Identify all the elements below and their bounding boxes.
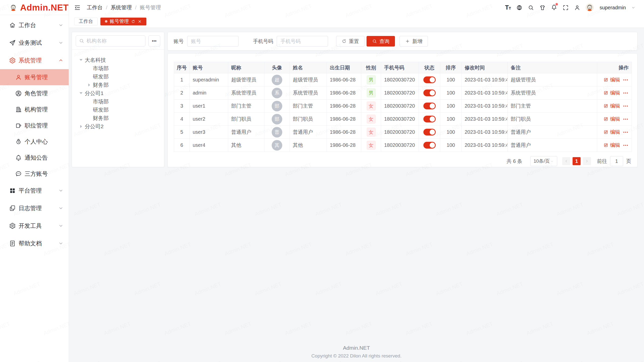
status-toggle[interactable] [423,142,436,149]
sidebar-item-system-management[interactable]: 系统管理 [0,52,69,69]
search-icon[interactable] [528,5,534,11]
fullscreen-icon[interactable] [562,5,569,11]
edit-button[interactable]: 编辑 [603,129,620,135]
sidebar-item-workbench[interactable]: 工作台 [0,16,69,34]
cell-name: 部门职员 [290,113,327,126]
more-actions-icon[interactable] [623,116,629,122]
more-actions-icon[interactable] [623,103,629,109]
theme-shirt-icon[interactable] [539,5,546,11]
tree-node[interactable]: 市场部 [72,97,164,106]
notifications-button[interactable] [551,4,557,11]
cell-avatar: 普 [264,126,290,139]
cell-status [419,113,440,126]
cell-remark: 普通用户 [508,139,597,152]
profile-icon[interactable] [574,5,580,11]
add-button[interactable]: 新增 [399,36,428,47]
sidebar-item-help-docs[interactable]: 帮助文档 [0,235,69,252]
sidebar-item-position-management[interactable]: 职位管理 [0,117,69,133]
tree-node[interactable]: 研发部 [72,72,164,81]
tab-close-icon[interactable] [138,19,142,24]
tab-refresh-icon[interactable] [131,19,135,24]
copy-icon [9,205,16,212]
sidebar-item-dev-tools[interactable]: 开发工具 [0,217,69,235]
tree-node[interactable]: 分公司1 [72,89,164,97]
sidebar-item-notice[interactable]: 通知公告 [0,150,69,166]
sidebar-item-personal-center[interactable]: 个人中心 [0,133,69,150]
status-toggle[interactable] [423,76,436,83]
edit-button[interactable]: 编辑 [603,116,620,122]
sidebar-item-label: 通知公告 [25,154,64,162]
status-toggle[interactable] [423,129,436,135]
sidebar-item-business-test[interactable]: 业务测试 [0,34,69,52]
tree-node[interactable]: 财务部 [72,114,164,122]
edit-button[interactable]: 编辑 [603,142,620,149]
sidebar: Admin.NET 工作台业务测试系统管理账号管理角色管理机构管理职位管理个人中… [0,0,69,362]
cell-actions: 编辑 [597,126,632,139]
gender-tag: 女 [367,141,376,150]
more-actions-icon[interactable] [623,90,629,96]
account-input[interactable] [187,36,238,47]
tree-caret-icon[interactable] [78,59,84,61]
tree-node[interactable]: 大名科技 [72,56,164,64]
tab-account-management[interactable]: 账号管理 [100,18,146,25]
more-actions-icon[interactable] [623,129,629,135]
tab-workbench[interactable]: 工作台 [74,18,98,25]
cell-gender: 女 [361,126,381,139]
font-size-icon[interactable]: TT [505,5,511,11]
more-actions-icon[interactable] [623,142,629,148]
chevron-down-icon [58,205,64,211]
status-toggle[interactable] [423,103,436,109]
breadcrumb-item[interactable]: 工作台 [87,4,103,11]
building-icon [15,106,22,113]
user-menu-caret-icon[interactable] [631,6,635,10]
edit-button[interactable]: 编辑 [603,76,620,83]
tree-node[interactable]: 研发部 [72,106,164,114]
sidebar-item-org-management[interactable]: 机构管理 [0,101,69,117]
account-label: 账号 [174,38,184,45]
sidebar-item-platform-management[interactable]: 平台管理 [0,182,69,199]
query-button[interactable]: 查询 [367,36,395,47]
edit-button[interactable]: 编辑 [603,103,620,109]
phone-input[interactable] [277,36,328,47]
prev-page-button[interactable] [562,157,570,165]
cell-account: admin [190,86,228,100]
reset-button[interactable]: 重置 [336,36,365,47]
tree-node[interactable]: 市场部 [72,64,164,72]
tree-more-button[interactable]: ••• [148,35,160,47]
cell-actions: 编辑 [597,73,632,86]
goto-page-input[interactable] [610,156,623,166]
menu-fold-icon[interactable] [74,4,81,11]
org-search-field[interactable] [76,35,145,47]
tree-node[interactable]: 财务部 [72,81,164,89]
more-actions-icon[interactable] [623,77,629,83]
sidebar-item-log-management[interactable]: 日志管理 [0,199,69,217]
page-number[interactable]: 1 [573,157,581,165]
tree-caret-icon[interactable] [78,125,84,128]
status-toggle[interactable] [423,89,436,96]
tree-caret-icon[interactable] [87,83,92,86]
cell-birthday: 1986-06-28 [327,73,361,86]
page-size-select[interactable]: 10条/页 [530,156,557,166]
edit-button[interactable]: 编辑 [603,89,620,96]
language-icon[interactable] [516,5,522,11]
breadcrumb-item[interactable]: 系统管理 [111,4,132,11]
tree-node-label: 财务部 [93,81,109,88]
next-page-button[interactable] [583,157,591,165]
sidebar-item-third-party-account[interactable]: 三方账号 [0,166,69,182]
cell-name: 部门主管 [290,100,327,113]
username[interactable]: superadmin [599,5,626,11]
org-search-input[interactable] [87,38,142,44]
goto-label: 前往 [597,158,607,165]
sidebar-item-account-management[interactable]: 账号管理 [0,69,69,85]
cell-modified: 2023-01-03 10:59:44 [462,73,508,86]
tree-node[interactable]: 分公司2 [72,122,164,130]
tree-node-label: 财务部 [93,115,109,122]
user-avatar[interactable] [586,4,594,12]
cell-nickname: 系统管理员 [228,86,264,100]
sidebar-item-role-management[interactable]: 角色管理 [0,85,69,101]
tree-caret-icon[interactable] [78,92,84,94]
status-toggle[interactable] [423,116,436,122]
tree-node-label: 市场部 [93,98,109,105]
sidebar-item-label: 系统管理 [19,57,58,64]
cell-sort: 100 [440,126,462,139]
